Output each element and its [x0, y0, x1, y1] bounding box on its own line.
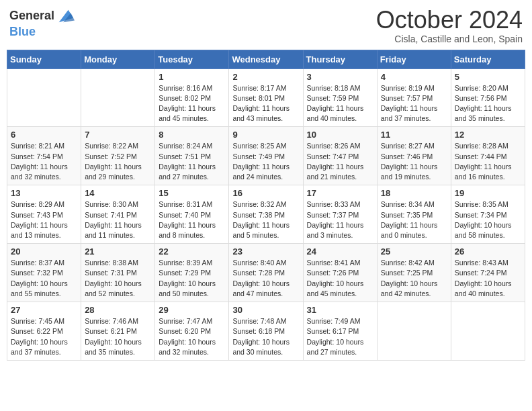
day-number: 30: [232, 305, 299, 315]
day-number: 9: [232, 130, 299, 140]
location: Cisla, Castille and Leon, Spain: [376, 34, 523, 44]
day-info: Sunrise: 8:29 AM Sunset: 7:43 PM Dayligh…: [11, 199, 77, 240]
weekday-header-monday: Monday: [81, 50, 155, 68]
weekday-header-saturday: Saturday: [451, 50, 525, 68]
day-info: Sunrise: 8:25 AM Sunset: 7:49 PM Dayligh…: [232, 141, 299, 182]
day-number: 20: [11, 246, 77, 257]
day-cell: 13Sunrise: 8:29 AM Sunset: 7:43 PM Dayli…: [7, 185, 81, 244]
day-cell: 14Sunrise: 8:30 AM Sunset: 7:41 PM Dayli…: [81, 185, 155, 244]
day-number: 2: [232, 72, 299, 82]
day-number: 15: [159, 188, 225, 198]
day-info: Sunrise: 8:28 AM Sunset: 7:44 PM Dayligh…: [455, 141, 521, 182]
day-info: Sunrise: 7:49 AM Sunset: 6:17 PM Dayligh…: [307, 316, 373, 357]
day-number: 25: [381, 246, 447, 257]
weekday-header-wednesday: Wednesday: [229, 50, 303, 68]
day-number: 13: [11, 188, 77, 198]
day-number: 23: [232, 246, 299, 257]
logo-icon: [56, 7, 75, 26]
day-info: Sunrise: 8:41 AM Sunset: 7:26 PM Dayligh…: [307, 258, 373, 299]
weekday-header-row: SundayMondayTuesdayWednesdayThursdayFrid…: [7, 50, 525, 68]
day-number: 5: [455, 72, 521, 82]
day-info: Sunrise: 8:34 AM Sunset: 7:35 PM Dayligh…: [381, 199, 447, 240]
day-info: Sunrise: 8:40 AM Sunset: 7:28 PM Dayligh…: [232, 258, 299, 299]
day-cell: 25Sunrise: 8:42 AM Sunset: 7:25 PM Dayli…: [377, 244, 451, 302]
day-info: Sunrise: 8:17 AM Sunset: 8:01 PM Dayligh…: [232, 83, 299, 124]
day-cell: 30Sunrise: 7:48 AM Sunset: 6:18 PM Dayli…: [229, 302, 303, 361]
day-number: 16: [232, 188, 299, 198]
day-info: Sunrise: 8:42 AM Sunset: 7:25 PM Dayligh…: [381, 258, 447, 299]
day-cell: 17Sunrise: 8:33 AM Sunset: 7:37 PM Dayli…: [303, 185, 377, 244]
day-number: 21: [85, 246, 151, 257]
day-number: 17: [307, 188, 373, 198]
day-info: Sunrise: 8:32 AM Sunset: 7:38 PM Dayligh…: [232, 199, 299, 240]
day-cell: 26Sunrise: 8:43 AM Sunset: 7:24 PM Dayli…: [451, 244, 525, 302]
day-cell: 22Sunrise: 8:39 AM Sunset: 7:29 PM Dayli…: [155, 244, 229, 302]
day-info: Sunrise: 7:45 AM Sunset: 6:22 PM Dayligh…: [11, 316, 77, 357]
week-row-2: 6Sunrise: 8:21 AM Sunset: 7:54 PM Daylig…: [7, 127, 525, 185]
day-cell: 3Sunrise: 8:18 AM Sunset: 7:59 PM Daylig…: [303, 68, 377, 127]
day-info: Sunrise: 7:46 AM Sunset: 6:21 PM Dayligh…: [85, 316, 151, 357]
day-info: Sunrise: 8:30 AM Sunset: 7:41 PM Dayligh…: [85, 199, 151, 240]
day-cell: 6Sunrise: 8:21 AM Sunset: 7:54 PM Daylig…: [7, 127, 81, 185]
day-info: Sunrise: 8:27 AM Sunset: 7:46 PM Dayligh…: [381, 141, 447, 182]
day-info: Sunrise: 8:31 AM Sunset: 7:40 PM Dayligh…: [159, 199, 225, 240]
day-number: 19: [455, 188, 521, 198]
day-number: 24: [307, 246, 373, 257]
day-info: Sunrise: 8:21 AM Sunset: 7:54 PM Dayligh…: [11, 141, 77, 182]
week-row-1: 1Sunrise: 8:16 AM Sunset: 8:02 PM Daylig…: [7, 68, 525, 127]
weekday-header-thursday: Thursday: [303, 50, 377, 68]
day-cell: 19Sunrise: 8:35 AM Sunset: 7:34 PM Dayli…: [451, 185, 525, 244]
day-cell: 1Sunrise: 8:16 AM Sunset: 8:02 PM Daylig…: [155, 68, 229, 127]
logo: General Blue: [9, 7, 75, 39]
day-info: Sunrise: 8:35 AM Sunset: 7:34 PM Dayligh…: [455, 199, 521, 240]
day-number: 10: [307, 130, 373, 140]
day-number: 31: [307, 305, 373, 315]
day-number: 22: [159, 246, 225, 257]
day-number: 28: [85, 305, 151, 315]
day-cell: 11Sunrise: 8:27 AM Sunset: 7:46 PM Dayli…: [377, 127, 451, 185]
day-cell: 20Sunrise: 8:37 AM Sunset: 7:32 PM Dayli…: [7, 244, 81, 302]
day-cell: 29Sunrise: 7:47 AM Sunset: 6:20 PM Dayli…: [155, 302, 229, 361]
day-cell: 9Sunrise: 8:25 AM Sunset: 7:49 PM Daylig…: [229, 127, 303, 185]
day-number: 8: [159, 130, 225, 140]
day-cell: 7Sunrise: 8:22 AM Sunset: 7:52 PM Daylig…: [81, 127, 155, 185]
day-cell: 8Sunrise: 8:24 AM Sunset: 7:51 PM Daylig…: [155, 127, 229, 185]
day-number: 12: [455, 130, 521, 140]
weekday-header-tuesday: Tuesday: [155, 50, 229, 68]
day-info: Sunrise: 8:38 AM Sunset: 7:31 PM Dayligh…: [85, 258, 151, 299]
logo-text: General: [9, 9, 54, 23]
day-cell: 28Sunrise: 7:46 AM Sunset: 6:21 PM Dayli…: [81, 302, 155, 361]
day-info: Sunrise: 7:48 AM Sunset: 6:18 PM Dayligh…: [232, 316, 299, 357]
day-cell: 18Sunrise: 8:34 AM Sunset: 7:35 PM Dayli…: [377, 185, 451, 244]
day-cell: 27Sunrise: 7:45 AM Sunset: 6:22 PM Dayli…: [7, 302, 81, 361]
day-number: 18: [381, 188, 447, 198]
day-cell: 2Sunrise: 8:17 AM Sunset: 8:01 PM Daylig…: [229, 68, 303, 127]
day-info: Sunrise: 8:33 AM Sunset: 7:37 PM Dayligh…: [307, 199, 373, 240]
day-number: 11: [381, 130, 447, 140]
day-info: Sunrise: 7:47 AM Sunset: 6:20 PM Dayligh…: [159, 316, 225, 357]
day-number: 4: [381, 72, 447, 82]
day-number: 1: [159, 72, 225, 82]
day-number: 3: [307, 72, 373, 82]
day-cell: 21Sunrise: 8:38 AM Sunset: 7:31 PM Dayli…: [81, 244, 155, 302]
week-row-5: 27Sunrise: 7:45 AM Sunset: 6:22 PM Dayli…: [7, 302, 525, 361]
day-cell: 5Sunrise: 8:20 AM Sunset: 7:56 PM Daylig…: [451, 68, 525, 127]
day-cell: 23Sunrise: 8:40 AM Sunset: 7:28 PM Dayli…: [229, 244, 303, 302]
day-cell: 4Sunrise: 8:19 AM Sunset: 7:57 PM Daylig…: [377, 68, 451, 127]
day-cell: [81, 68, 155, 127]
day-number: 14: [85, 188, 151, 198]
month-title: October 2024: [376, 7, 523, 34]
day-info: Sunrise: 8:18 AM Sunset: 7:59 PM Dayligh…: [307, 83, 373, 124]
day-number: 26: [455, 246, 521, 257]
day-cell: 31Sunrise: 7:49 AM Sunset: 6:17 PM Dayli…: [303, 302, 377, 361]
day-info: Sunrise: 8:39 AM Sunset: 7:29 PM Dayligh…: [159, 258, 225, 299]
day-cell: [377, 302, 451, 361]
day-info: Sunrise: 8:16 AM Sunset: 8:02 PM Dayligh…: [159, 83, 225, 124]
day-info: Sunrise: 8:26 AM Sunset: 7:47 PM Dayligh…: [307, 141, 373, 182]
calendar-table: SundayMondayTuesdayWednesdayThursdayFrid…: [7, 50, 525, 361]
weekday-header-sunday: Sunday: [7, 50, 81, 68]
day-cell: 24Sunrise: 8:41 AM Sunset: 7:26 PM Dayli…: [303, 244, 377, 302]
day-cell: [7, 68, 81, 127]
page-header: General Blue October 2024 Cisla, Castill…: [7, 7, 525, 44]
day-cell: 12Sunrise: 8:28 AM Sunset: 7:44 PM Dayli…: [451, 127, 525, 185]
